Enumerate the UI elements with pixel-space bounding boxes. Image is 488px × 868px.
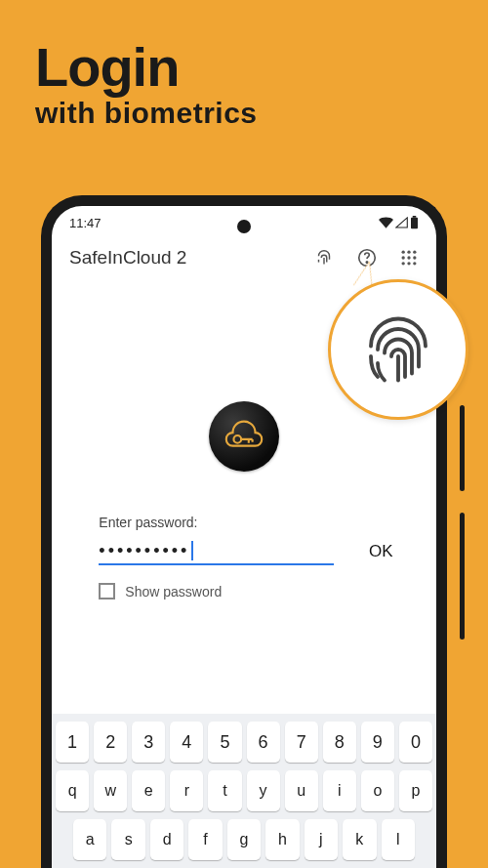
svg-point-10 — [402, 262, 405, 265]
app-title: SafeInCloud 2 — [69, 247, 313, 269]
ok-button[interactable]: OK — [363, 538, 399, 565]
key-a[interactable]: a — [73, 819, 106, 860]
key-8[interactable]: 8 — [323, 722, 356, 763]
key-j[interactable]: j — [305, 819, 338, 860]
password-form: Enter password: •••••••••• OK Show passw… — [99, 515, 398, 599]
svg-point-13 — [233, 435, 241, 443]
password-input[interactable]: •••••••••• — [99, 538, 334, 565]
phone-side-button — [460, 405, 465, 491]
show-password-row[interactable]: Show password — [99, 583, 398, 599]
promo-text: Login with biometrics — [35, 35, 258, 130]
key-r[interactable]: r — [170, 770, 203, 811]
keyboard-row-letters-2: asdfghjkl — [56, 819, 432, 860]
phone-side-button — [460, 513, 465, 640]
svg-rect-1 — [413, 216, 417, 218]
svg-point-11 — [407, 262, 410, 265]
key-o[interactable]: o — [361, 770, 394, 811]
key-d[interactable]: d — [150, 819, 183, 860]
signal-icon — [395, 217, 408, 228]
key-y[interactable]: y — [247, 770, 280, 811]
fingerprint-icon[interactable] — [313, 247, 335, 269]
password-label: Enter password: — [99, 515, 398, 530]
svg-rect-0 — [411, 218, 418, 228]
svg-point-6 — [413, 251, 416, 254]
dialpad-icon[interactable] — [399, 248, 419, 268]
key-2[interactable]: 2 — [94, 722, 127, 763]
svg-point-4 — [402, 251, 405, 254]
wifi-icon — [379, 217, 393, 228]
password-masked-value: •••••••••• — [99, 541, 189, 561]
key-0[interactable]: 0 — [399, 722, 432, 763]
key-k[interactable]: k — [343, 819, 376, 860]
svg-point-5 — [407, 251, 410, 254]
key-g[interactable]: g — [227, 819, 261, 860]
phone-camera — [237, 220, 251, 233]
keyboard: 1234567890 qwertyuiop asdfghjkl — [52, 714, 436, 868]
key-u[interactable]: u — [285, 770, 318, 811]
key-p[interactable]: p — [399, 770, 432, 811]
promo-title: Login — [35, 35, 258, 99]
key-h[interactable]: h — [265, 819, 299, 860]
key-w[interactable]: w — [94, 770, 127, 811]
key-l[interactable]: l — [382, 819, 415, 860]
key-1[interactable]: 1 — [56, 722, 89, 763]
svg-point-9 — [413, 256, 416, 259]
svg-point-8 — [407, 256, 410, 259]
status-indicators — [379, 216, 419, 229]
fingerprint-callout — [328, 279, 468, 420]
svg-point-12 — [413, 262, 416, 265]
show-password-label: Show password — [125, 584, 222, 599]
key-f[interactable]: f — [188, 819, 222, 860]
show-password-checkbox[interactable] — [99, 583, 115, 599]
keyboard-row-letters-1: qwertyuiop — [56, 770, 432, 811]
battery-icon — [410, 216, 419, 229]
key-5[interactable]: 5 — [208, 722, 241, 763]
key-t[interactable]: t — [208, 770, 241, 811]
key-6[interactable]: 6 — [247, 722, 280, 763]
status-time: 11:47 — [69, 216, 102, 230]
key-e[interactable]: e — [132, 770, 165, 811]
key-3[interactable]: 3 — [132, 722, 165, 763]
keyboard-row-numbers: 1234567890 — [56, 722, 432, 763]
key-i[interactable]: i — [323, 770, 356, 811]
app-logo — [209, 401, 279, 472]
key-9[interactable]: 9 — [361, 722, 394, 763]
fingerprint-large-icon — [357, 309, 439, 391]
app-bar: SafeInCloud 2 — [52, 233, 436, 278]
key-4[interactable]: 4 — [170, 722, 203, 763]
promo-subtitle: with biometrics — [35, 97, 258, 130]
key-q[interactable]: q — [56, 770, 89, 811]
key-s[interactable]: s — [111, 819, 144, 860]
input-cursor — [191, 541, 193, 560]
svg-point-7 — [402, 256, 405, 259]
key-7[interactable]: 7 — [285, 722, 318, 763]
